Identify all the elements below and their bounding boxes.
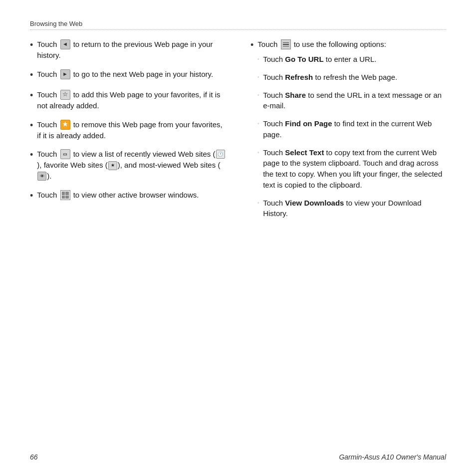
sub-bullet-dot: ◦ bbox=[257, 150, 259, 156]
menu-line bbox=[283, 42, 289, 43]
sub-bullet-list: ◦ Touch Go To URL to enter a URL. ◦ Touc… bbox=[257, 54, 446, 219]
star-empty-icon: ☆ bbox=[60, 90, 70, 100]
find-on-page-label: Find on Page bbox=[285, 119, 332, 128]
sub-bullet-text: Touch View Downloads to view your Downlo… bbox=[263, 198, 446, 220]
view-downloads-label: View Downloads bbox=[285, 199, 344, 207]
bullet-text: Touch ★ to remove this Web page from you… bbox=[37, 119, 226, 141]
bullet-text: Touch to view other active browser windo… bbox=[37, 190, 226, 201]
clock-icon: 🕐 bbox=[216, 150, 225, 159]
bullet-dot: • bbox=[250, 38, 253, 51]
page-number: 66 bbox=[30, 453, 38, 461]
sub-bullet-dot: ◦ bbox=[257, 74, 259, 80]
bookmarks-icon: ▭ bbox=[60, 149, 70, 159]
bullet-text: Touch ► to go to the next Web page in yo… bbox=[37, 69, 226, 80]
bullet-dot: • bbox=[30, 89, 33, 102]
bullet-dot: • bbox=[30, 119, 33, 132]
sub-bullet-dot: ◦ bbox=[257, 200, 259, 206]
refresh-label: Refresh bbox=[285, 73, 313, 81]
bullet-text: Touch ☆ to add this Web page to your fav… bbox=[37, 89, 226, 111]
list-item: • Touch to use the following options: ◦ bbox=[250, 39, 446, 226]
sub-list-item: ◦ Touch Select Text to copy text from th… bbox=[257, 147, 446, 191]
bullet-text: Touch ▭ to view a list of recently viewe… bbox=[37, 149, 226, 182]
right-column: • Touch to use the following options: ◦ bbox=[245, 39, 446, 234]
list-item: • Touch ☆ to add this Web page to your f… bbox=[30, 89, 226, 111]
forward-icon: ► bbox=[60, 69, 70, 79]
grid-icon bbox=[60, 190, 70, 200]
list-item: • Touch ▭ to view a list of recently vie… bbox=[30, 149, 226, 182]
page-container: Browsing the Web • Touch ◄ to return to … bbox=[0, 0, 476, 476]
list-item: • Touch ► to go to the next Web page in … bbox=[30, 69, 226, 81]
page-footer: 66 Garmin-Asus A10 Owner's Manual bbox=[30, 453, 446, 461]
menu-line bbox=[283, 44, 289, 45]
right-bullet-list: • Touch to use the following options: ◦ bbox=[250, 39, 446, 226]
bullet-dot: • bbox=[30, 189, 33, 202]
star-filled-icon: ★ bbox=[60, 120, 70, 130]
bullet-dot: • bbox=[30, 68, 33, 81]
sub-bullet-dot: ◦ bbox=[257, 121, 259, 127]
sub-bullet-text: Touch Share to send the URL in a text me… bbox=[263, 90, 446, 112]
bullet-dot: • bbox=[30, 38, 33, 51]
manual-title: Garmin-Asus A10 Owner's Manual bbox=[339, 453, 446, 461]
menu-line bbox=[283, 46, 289, 47]
sub-list-item: ◦ Touch View Downloads to view your Down… bbox=[257, 198, 446, 220]
list-item: • Touch to view other active browser win… bbox=[30, 190, 226, 202]
bullet-dot: • bbox=[30, 148, 33, 161]
bullet-text: Touch ◄ to return to the previous Web pa… bbox=[37, 39, 226, 61]
sub-bullet-dot: ◦ bbox=[257, 92, 259, 98]
star-sm-icon: ★ bbox=[108, 161, 117, 170]
sub-bullet-text: Touch Refresh to refresh the Web page. bbox=[263, 72, 446, 83]
content-columns: • Touch ◄ to return to the previous Web … bbox=[30, 39, 446, 234]
back-icon: ◄ bbox=[60, 39, 70, 49]
list-item: • Touch ★ to remove this Web page from y… bbox=[30, 119, 226, 141]
select-text-label: Select Text bbox=[285, 148, 324, 157]
left-column: • Touch ◄ to return to the previous Web … bbox=[30, 39, 231, 234]
sub-list-item: ◦ Touch Go To URL to enter a URL. bbox=[257, 54, 446, 65]
list-item: • Touch ◄ to return to the previous Web … bbox=[30, 39, 226, 61]
sub-bullet-text: Touch Select Text to copy text from the … bbox=[263, 147, 446, 191]
sub-list-item: ◦ Touch Share to send the URL in a text … bbox=[257, 90, 446, 112]
eye-icon: 👁 bbox=[37, 172, 46, 181]
sub-list-item: ◦ Touch Find on Page to find text in the… bbox=[257, 118, 446, 140]
sub-bullet-dot: ◦ bbox=[257, 56, 259, 62]
left-bullet-list: • Touch ◄ to return to the previous Web … bbox=[30, 39, 226, 202]
sub-list-item: ◦ Touch Refresh to refresh the Web page. bbox=[257, 72, 446, 83]
share-label: Share bbox=[285, 91, 306, 99]
bullet-text: Touch to use the following options: ◦ To… bbox=[257, 39, 446, 226]
section-header: Browsing the Web bbox=[30, 20, 446, 30]
sub-bullet-text: Touch Find on Page to find text in the c… bbox=[263, 118, 446, 140]
menu-icon bbox=[281, 39, 291, 49]
sub-bullet-text: Touch Go To URL to enter a URL. bbox=[263, 54, 446, 65]
go-to-url-label: Go To URL bbox=[285, 55, 323, 63]
